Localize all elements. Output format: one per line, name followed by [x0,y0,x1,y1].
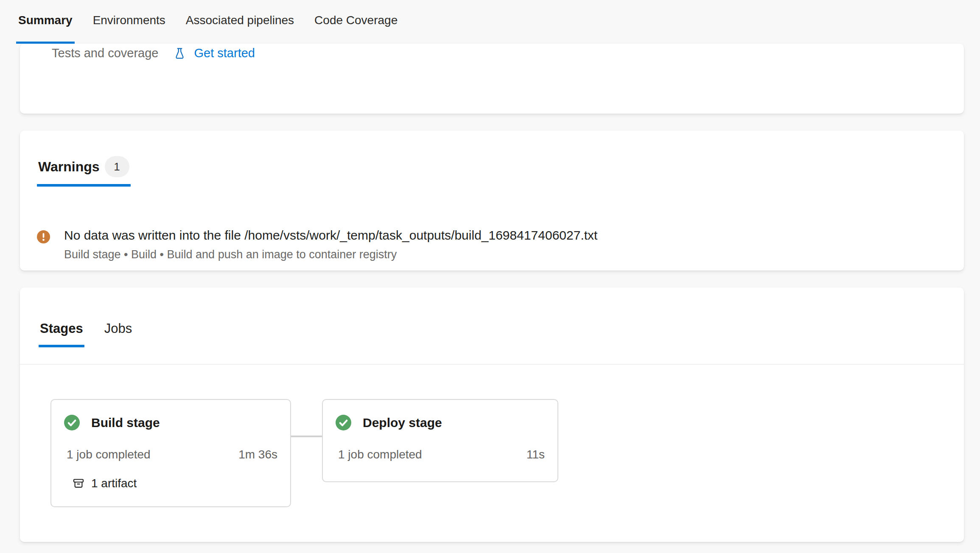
tab-summary-label: Summary [18,14,73,27]
build-stage-duration: 1m 36s [238,448,277,461]
tab-code-coverage[interactable]: Code Coverage [314,0,398,44]
stages-pivot-bar: Stages Jobs [20,288,964,347]
warnings-count-badge: 1 [105,156,129,177]
warnings-pivot-underline [37,184,131,187]
tab-stages[interactable]: Stages [39,319,84,347]
build-stage-meta: 1 job completed 1m 36s [67,448,277,461]
stages-pivot-underline [39,345,84,347]
warning-item: No data was written into the file /home/… [37,227,964,262]
run-tab-bar: Summary Environments Associated pipeline… [0,0,980,44]
pipeline-run-summary-page: Summary Environments Associated pipeline… [0,0,980,542]
warnings-pivot-tab[interactable]: Warnings 1 [37,156,131,187]
tests-coverage-card: Tests and coverage Get started [20,44,964,114]
stages-tab-label: Stages [40,319,83,338]
tab-environments-label: Environments [93,14,165,27]
deploy-stage-header: Deploy stage [336,415,545,430]
stages-graph-canvas: Build stage 1 job completed 1m 36s 1 art… [20,364,964,542]
build-stage-jobs-summary: 1 job completed [67,448,151,461]
check-circle-icon [336,415,351,430]
tab-associated-pipelines[interactable]: Associated pipelines [186,0,294,44]
tab-environments[interactable]: Environments [93,0,165,44]
build-stage-artifacts-link[interactable]: 1 artifact [72,477,290,490]
stage-connector-line [291,436,323,437]
tab-summary[interactable]: Summary [18,0,73,44]
beaker-icon [173,47,186,60]
tests-coverage-row: Tests and coverage Get started [20,44,964,61]
tab-code-coverage-label: Code Coverage [314,14,398,27]
build-stage-artifacts-label: 1 artifact [91,477,137,490]
tab-jobs[interactable]: Jobs [103,319,133,338]
stage-card-build[interactable]: Build stage 1 job completed 1m 36s 1 art… [50,399,291,507]
stages-card: Stages Jobs Build stage [20,288,964,542]
warnings-card: Warnings 1 No data was written into the … [20,131,964,271]
build-stage-title: Build stage [91,416,160,430]
tab-associated-pipelines-label: Associated pipelines [186,14,294,27]
stage-card-deploy[interactable]: Deploy stage 1 job completed 11s [322,399,558,482]
warnings-title: Warnings [38,156,100,177]
archive-box-icon [72,477,85,490]
warning-text-block: No data was written into the file /home/… [64,227,597,262]
warnings-pivot-content: Warnings 1 [37,156,131,177]
deploy-stage-title: Deploy stage [363,416,442,430]
get-started-link[interactable]: Get started [194,46,255,60]
warning-message: No data was written into the file /home/… [64,227,597,243]
deploy-stage-duration: 11s [526,448,545,461]
warning-source: Build stage • Build • Build and push an … [64,247,597,262]
tests-coverage-label: Tests and coverage [52,46,158,60]
deploy-stage-jobs-summary: 1 job completed [338,448,422,461]
stages-pivot-content: Stages [39,319,84,338]
build-stage-header: Build stage [64,415,277,430]
deploy-stage-meta: 1 job completed 11s [338,448,545,461]
warning-icon [37,230,50,243]
check-circle-icon [64,415,80,430]
